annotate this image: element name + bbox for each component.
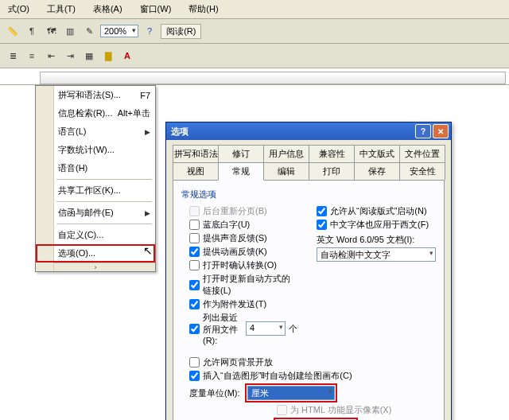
menu-table[interactable]: 表格(A) bbox=[88, 2, 127, 17]
tab-edit[interactable]: 编辑 bbox=[263, 162, 309, 180]
chk-autoshape-canvas[interactable]: 插入“自选图形”时自动创建绘图画布(C) bbox=[181, 370, 436, 382]
unit-combo[interactable]: 厘米 bbox=[247, 386, 335, 400]
menu-tools[interactable]: 工具(T) bbox=[42, 2, 80, 17]
general-tab-panel: 常规选项 后台重新分页(B) 蓝底白字(U) 提供声音反馈(S) 提供动画反馈(… bbox=[173, 180, 445, 420]
cursor-icon: ↖ bbox=[143, 244, 153, 257]
drawing-icon[interactable]: ✎ bbox=[81, 23, 97, 39]
menu-item-shared-workspace[interactable]: 共享工作区(K)... bbox=[36, 181, 155, 200]
menu-item-research[interactable]: 信息检索(R)...Alt+单击 bbox=[36, 104, 155, 122]
indent-inc-icon[interactable]: ⇥ bbox=[62, 48, 78, 64]
tools-menu-dropdown: 拼写和语法(S)...F7 信息检索(R)...Alt+单击 语言(L)▶ 字数… bbox=[35, 85, 156, 272]
help-icon[interactable]: ? bbox=[142, 23, 157, 39]
dialog-title: 选项 bbox=[171, 126, 188, 138]
recent-files-label: 列出最近所用文件(R): bbox=[203, 312, 243, 345]
numbering-icon[interactable]: ≡ bbox=[24, 48, 40, 64]
toolbar-standard: 📏 ¶ 🗺 ▥ ✎ 200% ? 阅读(R) bbox=[0, 19, 509, 44]
chk-update-links[interactable]: 打开时更新自动方式的链接(L) bbox=[181, 273, 297, 297]
tab-filelocations[interactable]: 文件位置 bbox=[399, 145, 445, 162]
toolbar-formatting: ≣ ≡ ⇤ ⇥ ▦ ▇ A bbox=[0, 44, 509, 68]
dialog-help-button[interactable]: ? bbox=[415, 124, 431, 138]
dialog-tabs: 拼写和语法 修订 用户信息 兼容性 中文版式 文件位置 视图 常规 编辑 打印 … bbox=[166, 140, 451, 180]
tab-security[interactable]: 安全性 bbox=[399, 162, 445, 180]
zoom-combo[interactable]: 200% bbox=[100, 25, 138, 37]
menu-item-customize[interactable]: 自定义(C)... bbox=[36, 226, 155, 244]
chk-sound-feedback[interactable]: 提供声音反馈(S) bbox=[181, 232, 297, 244]
menu-item-letters-mail[interactable]: 信函与邮件(E)▶ bbox=[36, 204, 155, 222]
chk-cjk-font-latin[interactable]: 中文字体也应用于西文(F) bbox=[309, 219, 436, 231]
menu-help[interactable]: 帮助(H) bbox=[184, 2, 223, 17]
chk-reading-layout-start[interactable]: 允许从“阅读版式”启动(N) bbox=[309, 205, 436, 217]
font-color-icon[interactable]: A bbox=[119, 48, 135, 64]
ruler bbox=[0, 70, 509, 85]
chk-anim-feedback[interactable]: 提供动画反馈(K) bbox=[181, 246, 297, 258]
compat-combo[interactable]: 自动检测中文文字 bbox=[317, 247, 436, 262]
recent-files-spin[interactable]: 4 bbox=[246, 321, 286, 336]
chk-blue-white[interactable]: 蓝底白字(U) bbox=[181, 219, 297, 231]
tab-spelling[interactable]: 拼写和语法 bbox=[173, 145, 219, 162]
chk-recent-files[interactable] bbox=[189, 324, 200, 334]
ruler-icon[interactable]: 📏 bbox=[5, 23, 21, 39]
compat-label: 英文 Word 6.0/95 文档(I): bbox=[309, 234, 436, 246]
map-icon[interactable]: 🗺 bbox=[43, 23, 59, 39]
section-general-options: 常规选项 bbox=[181, 189, 436, 200]
tab-view[interactable]: 视图 bbox=[173, 162, 219, 180]
chk-html-pixels: 为 HTML 功能显示像素(X) bbox=[181, 404, 436, 416]
chk-confirm-convert[interactable]: 打开时确认转换(O) bbox=[181, 259, 297, 271]
tab-save[interactable]: 保存 bbox=[354, 162, 400, 180]
chk-send-attachment[interactable]: 作为附件发送(T) bbox=[181, 298, 297, 310]
chk-web-bg[interactable]: 允许网页背景开放 bbox=[181, 356, 436, 368]
menu-bar: 式(O) 工具(T) 表格(A) 窗口(W) 帮助(H) bbox=[0, 0, 509, 19]
options-dialog: 选项 ? ✕ 拼写和语法 修订 用户信息 兼容性 中文版式 文件位置 视图 常规… bbox=[165, 122, 452, 420]
tab-general[interactable]: 常规 bbox=[218, 162, 264, 181]
read-mode-button[interactable]: 阅读(R) bbox=[161, 24, 201, 39]
menu-item-speech[interactable]: 语音(H) bbox=[36, 159, 155, 177]
bullets-icon[interactable]: ≣ bbox=[5, 48, 21, 64]
tab-userinfo[interactable]: 用户信息 bbox=[263, 145, 309, 162]
menu-item-language[interactable]: 语言(L)▶ bbox=[36, 122, 155, 141]
tab-print[interactable]: 打印 bbox=[309, 162, 355, 180]
highlight-icon[interactable]: ▇ bbox=[100, 48, 116, 64]
zoom-value: 200% bbox=[104, 26, 126, 36]
recent-files-suffix: 个 bbox=[289, 323, 297, 335]
unit-label: 度量单位(M): bbox=[189, 387, 240, 399]
unit-highlight: 厘米 bbox=[245, 383, 337, 402]
menu-format[interactable]: 式(O) bbox=[3, 2, 34, 17]
tab-trackchanges[interactable]: 修订 bbox=[218, 145, 264, 162]
paragraph-icon[interactable]: ¶ bbox=[24, 23, 40, 39]
tab-asian[interactable]: 中文版式 bbox=[354, 145, 400, 162]
dialog-titlebar: 选项 ? ✕ bbox=[166, 122, 451, 140]
indent-dec-icon[interactable]: ⇤ bbox=[43, 48, 59, 64]
borders-icon[interactable]: ▦ bbox=[81, 48, 97, 64]
menu-window[interactable]: 窗口(W) bbox=[135, 2, 177, 17]
tab-compat[interactable]: 兼容性 bbox=[309, 145, 355, 162]
columns-icon[interactable]: ▥ bbox=[62, 23, 78, 39]
chk-background-repaginate: 后台重新分页(B) bbox=[181, 205, 297, 217]
menu-item-wordcount[interactable]: 字数统计(W)... bbox=[36, 141, 155, 159]
row-recent-files: 列出最近所用文件(R): 4 个 bbox=[181, 312, 297, 345]
dialog-close-button[interactable]: ✕ bbox=[433, 124, 449, 138]
document-area: 拼写和语法(S)...F7 信息检索(R)...Alt+单击 语言(L)▶ 字数… bbox=[0, 85, 509, 420]
menu-item-options[interactable]: 选项(O)... bbox=[36, 244, 155, 262]
menu-item-spelling[interactable]: 拼写和语法(S)...F7 bbox=[36, 86, 155, 104]
